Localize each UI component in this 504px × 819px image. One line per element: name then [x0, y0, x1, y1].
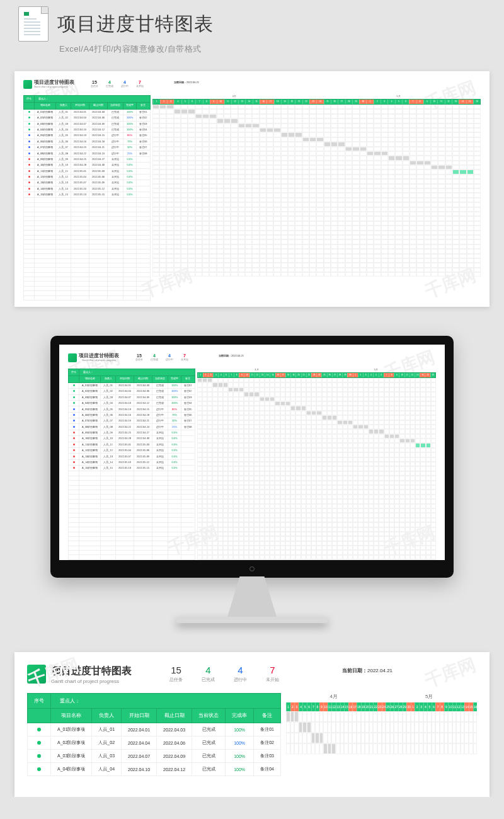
gantt-cell [223, 420, 228, 425]
day-cell: 20 [365, 702, 369, 711]
gantt-cell [249, 378, 254, 382]
day-cell: 27 [338, 100, 345, 104]
gantt-cell [384, 406, 389, 410]
gantt-cell [324, 132, 331, 137]
template-logo-icon [68, 353, 77, 362]
gantt-cell [395, 114, 402, 118]
day-cell: 1 [198, 373, 203, 377]
gantt-cell [238, 114, 245, 118]
gantt-cell [420, 425, 425, 429]
gantt-cell [352, 156, 359, 160]
gantt-cell [159, 109, 166, 113]
day-cell: 13 [238, 100, 245, 104]
gantt-cell [280, 378, 285, 382]
col-header: 当前状态 [152, 376, 168, 383]
gantt-row [152, 105, 481, 109]
gantt-cell [452, 156, 459, 160]
gantt-cell [459, 165, 466, 169]
day-cell: 8 [203, 100, 210, 104]
gantt-cell [459, 151, 466, 156]
table-row: A_14阶段事项人员_142022.05.102022.05.12 未开始0.0… [24, 186, 151, 192]
gantt-cell [260, 415, 265, 420]
gantt-row [197, 397, 436, 401]
gantt-cell [188, 132, 195, 137]
gantt-cell [207, 429, 212, 433]
gantt-cell [295, 132, 302, 137]
gantt-cell [374, 401, 379, 406]
gantt-cell [399, 415, 404, 420]
day-cell: 24 [316, 100, 323, 104]
gantt-cell [337, 443, 342, 447]
gantt-cell [381, 165, 388, 169]
gantt-cell [270, 425, 275, 429]
gantt-cell [388, 142, 395, 146]
gantt-cell [364, 387, 369, 392]
gantt-cell [316, 443, 321, 447]
gantt-cell [202, 118, 209, 123]
gantt-cell [420, 411, 425, 415]
gantt-cell [301, 397, 306, 401]
status-dot-icon [28, 176, 30, 178]
gantt-cell [301, 406, 306, 410]
gantt-cell [202, 165, 209, 169]
gantt-row [197, 471, 436, 476]
monitor-mockup: 千库网 千库网 千库网 千库网 项目进度甘特图表 Gantt chart of … [0, 329, 504, 652]
gantt-cell [374, 123, 381, 128]
gantt-cell [374, 425, 379, 429]
gantt-cell [364, 378, 369, 382]
gantt-cell [295, 429, 301, 433]
gantt-cell [331, 128, 338, 132]
gantt-cell [345, 109, 352, 113]
table-row: A_04阶段事项人员_042022.04.102022.04.12 已完成100… [28, 763, 281, 776]
gantt-cell [224, 147, 231, 151]
gantt-cell [233, 387, 238, 392]
gantt-cell [410, 443, 415, 447]
day-cell: 4 [299, 702, 303, 711]
empty-row [24, 244, 151, 249]
gantt-cell [316, 128, 323, 132]
gantt-cell [384, 415, 389, 420]
gantt-cell [295, 406, 301, 410]
gantt-cell [445, 132, 452, 137]
gantt-cell [295, 425, 301, 429]
gantt-cell [343, 429, 348, 433]
gantt-cell [467, 169, 474, 174]
gantt-cell [374, 397, 379, 401]
gantt-cell [266, 169, 273, 174]
empty-row [69, 532, 195, 536]
day-cell: 26 [327, 373, 332, 377]
gantt-cell [223, 411, 228, 415]
gantt-row [197, 499, 436, 503]
gantt-cell [273, 169, 280, 174]
day-cell: 30 [347, 373, 352, 377]
gantt-cell [467, 118, 474, 123]
day-cell: 5 [181, 100, 188, 104]
empty-row [24, 268, 151, 272]
gantt-cell [327, 397, 332, 401]
gantt-cell [338, 147, 345, 151]
gantt-cell [343, 392, 348, 396]
gantt-cell [224, 118, 231, 123]
day-cell: 18 [357, 702, 361, 711]
gantt-cell [416, 137, 423, 142]
gantt-cell [420, 420, 425, 425]
gantt-cell [197, 420, 202, 425]
day-cell: 23 [377, 702, 382, 711]
gantt-cell [224, 109, 231, 113]
day-cell: 8 [315, 702, 319, 711]
day-cell: 10 [323, 702, 328, 711]
gantt-cell [452, 142, 459, 146]
gantt-cell [438, 161, 445, 165]
gantt-cell [152, 142, 159, 146]
gantt-cell [207, 415, 212, 420]
gantt-cell [231, 109, 238, 113]
gantt-cell [374, 406, 379, 410]
gantt-cell [316, 165, 323, 169]
gantt-cell [306, 397, 311, 401]
gantt-cell [174, 132, 181, 137]
gantt-cell [238, 132, 245, 137]
day-cell: 19 [361, 702, 365, 711]
gantt-cell [467, 132, 474, 137]
gantt-cell [195, 137, 202, 142]
day-cell: 28 [337, 373, 342, 377]
